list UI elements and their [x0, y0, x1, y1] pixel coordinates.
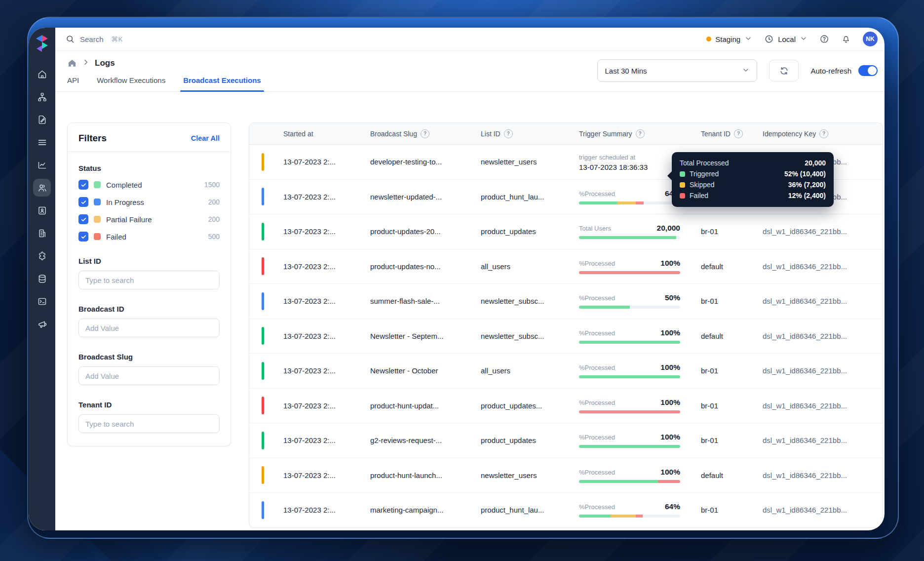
- tenant-id-cell: br-01: [701, 401, 763, 410]
- status-filter-option[interactable]: Partial Failure 200: [78, 214, 220, 224]
- sidebar-item-templates[interactable]: [33, 111, 51, 128]
- chevron-down-icon: [744, 35, 752, 44]
- checkbox-checked-icon[interactable]: [78, 232, 88, 241]
- checkbox-checked-icon[interactable]: [78, 180, 88, 190]
- tenant-id-cell: default: [701, 471, 763, 480]
- clear-all-button[interactable]: Clear All: [191, 134, 220, 142]
- help-icon[interactable]: ?: [504, 129, 513, 138]
- megaphone-icon: [37, 319, 47, 329]
- table-row[interactable]: 13-07-2023 2:... Newsletter - October al…: [249, 354, 883, 389]
- status-indicator: [262, 501, 264, 519]
- sidebar-item-integrations[interactable]: [33, 247, 51, 265]
- sidebar-item-home[interactable]: [33, 65, 51, 83]
- page-header: Logs API Workflow Executions Broadcast E…: [55, 51, 885, 92]
- table-row[interactable]: 13-07-2023 2:... Newsletter - Septem... …: [249, 319, 883, 354]
- bell-icon: [841, 34, 851, 44]
- list-icon: [37, 137, 47, 148]
- broadcast-slug-cell: marketing-campaign...: [370, 506, 481, 514]
- table-row[interactable]: 13-07-2023 2:... product-updates-no... a…: [249, 249, 883, 284]
- filter-field: Broadcast ID: [78, 305, 220, 337]
- page-title: Logs: [95, 58, 115, 68]
- progress-bar: [579, 445, 680, 448]
- status-indicator: [262, 432, 264, 449]
- sidebar-item-analytics[interactable]: [33, 156, 51, 174]
- status-color-swatch: [94, 233, 101, 240]
- help-icon[interactable]: ?: [636, 129, 645, 138]
- help-icon[interactable]: ?: [421, 129, 429, 138]
- table-row[interactable]: 13-07-2023 2:... product-hunt-launch... …: [249, 458, 883, 493]
- timezone-selector[interactable]: Local: [764, 34, 808, 44]
- table-row[interactable]: 13-07-2023 2:... g2-reviews-request-... …: [249, 423, 883, 458]
- started-at-cell: 13-07-2023 2:...: [283, 401, 370, 410]
- status-count: 200: [208, 215, 220, 223]
- status-indicator: [262, 153, 264, 171]
- filters-title: Filters: [78, 133, 107, 144]
- status-color-swatch: [94, 199, 101, 205]
- column-trigger-summary: Trigger Summary?: [579, 129, 701, 138]
- refresh-button[interactable]: [769, 60, 799, 81]
- sidebar-item-subscribers[interactable]: [33, 179, 51, 197]
- checkbox-checked-icon[interactable]: [78, 197, 88, 207]
- tab-workflow-executions[interactable]: Workflow Executions: [97, 76, 165, 91]
- table-row[interactable]: 13-07-2023 2:... summer-flash-sale-... n…: [249, 284, 883, 319]
- environment-selector[interactable]: Staging: [706, 35, 752, 44]
- trigger-summary-cell: %Processed100%: [579, 468, 680, 483]
- avatar[interactable]: NK: [863, 32, 878, 46]
- idempotency-key-cell: dsl_w1_id86346_221bb...: [763, 332, 883, 340]
- started-at-cell: 13-07-2023 2:...: [283, 158, 370, 166]
- tooltip-item: Triggered 52% (10,400): [680, 168, 826, 179]
- status-filter-option[interactable]: Failed 500: [78, 232, 220, 241]
- filter-field-input[interactable]: [78, 271, 220, 289]
- breadcrumb-home-button[interactable]: [67, 58, 77, 68]
- notifications-button[interactable]: [841, 34, 851, 44]
- filter-field-label: List ID: [78, 257, 220, 265]
- status-indicator: [262, 223, 264, 240]
- progress-bar: [579, 306, 680, 309]
- tab-broadcast-executions[interactable]: Broadcast Executions: [183, 76, 261, 91]
- window-frame: Search ⌘K Staging Local: [27, 17, 899, 539]
- tab-api[interactable]: API: [67, 76, 79, 91]
- search-icon: [65, 34, 75, 44]
- trigger-summary-cell: Total Users20,000: [579, 224, 680, 239]
- status-label: Completed: [106, 181, 199, 189]
- trigger-summary-cell: %Processed100%: [579, 398, 680, 413]
- started-at-cell: 13-07-2023 2:...: [283, 506, 370, 514]
- auto-refresh-toggle[interactable]: [858, 65, 878, 76]
- help-icon[interactable]: ?: [734, 129, 743, 138]
- sidebar-item-data-store[interactable]: [33, 270, 51, 287]
- auto-refresh-label: Auto-refresh: [810, 67, 851, 75]
- help-icon: [819, 34, 829, 44]
- home-icon: [37, 69, 47, 80]
- help-icon[interactable]: ?: [819, 129, 828, 138]
- sidebar-item-contacts[interactable]: [33, 201, 51, 219]
- status-count: 200: [208, 198, 220, 206]
- tenant-id-cell: default: [701, 332, 763, 340]
- sidebar-item-workflows[interactable]: [33, 88, 51, 106]
- progress-bar: [579, 515, 680, 518]
- broadcast-slug-cell: product-updates-20...: [370, 227, 481, 236]
- status-filter-option[interactable]: In Progress 200: [78, 197, 220, 207]
- sidebar-item-broadcasts[interactable]: [33, 315, 51, 333]
- sidebar-item-tenants[interactable]: [33, 224, 51, 242]
- refresh-icon: [779, 66, 789, 76]
- sidebar-item-developers[interactable]: [33, 292, 51, 310]
- help-button[interactable]: [819, 34, 829, 44]
- filter-field-input[interactable]: [78, 319, 220, 337]
- status-filter-option[interactable]: Completed 1500: [78, 180, 220, 190]
- checkbox-checked-icon[interactable]: [78, 214, 88, 224]
- trigger-summary-cell: %Processed50%: [579, 293, 680, 309]
- brand-logo-icon: [35, 35, 49, 52]
- table-row[interactable]: 13-07-2023 2:... product-updates-20... p…: [249, 214, 883, 249]
- topbar: Search ⌘K Staging Local: [55, 28, 885, 51]
- global-search[interactable]: Search ⌘K: [65, 34, 123, 44]
- table-header: Started at Broadcast Slug? List ID? Trig…: [249, 123, 883, 145]
- filters-panel: Filters Clear All Status Completed 1500 …: [67, 122, 231, 446]
- table-row[interactable]: 13-07-2023 2:... product-hunt-updat... p…: [249, 389, 883, 424]
- tenant-id-cell: br-01: [701, 436, 763, 444]
- started-at-cell: 13-07-2023 2:...: [283, 436, 370, 444]
- sidebar-item-lists[interactable]: [33, 133, 51, 151]
- table-row[interactable]: 13-07-2023 2:... marketing-campaign... p…: [249, 493, 883, 527]
- filter-field-input[interactable]: [78, 414, 220, 433]
- filter-field-input[interactable]: [78, 366, 220, 385]
- time-range-select[interactable]: Last 30 Mins: [597, 59, 757, 82]
